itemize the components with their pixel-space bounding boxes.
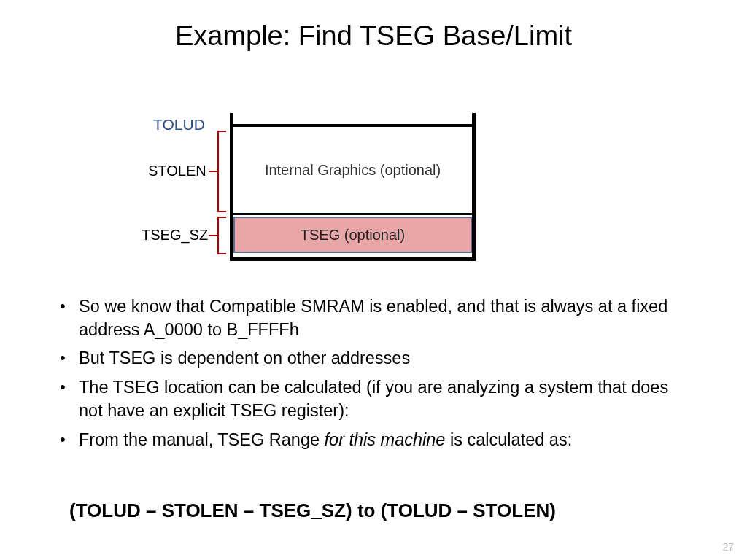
bullet-4b: is calculated as: [445,430,572,449]
bullet-3: The TSEG location can be calculated (if … [57,376,692,422]
diagram-right-bar [472,113,476,261]
bullet-list: So we know that Compatible SMRAM is enab… [57,295,692,457]
diagram-row-tseg: TSEG (optional) [233,217,472,253]
label-tolud: TOLUD [153,116,205,133]
label-tseg-sz: TSEG_SZ [142,227,208,244]
bullet-1: So we know that Compatible SMRAM is enab… [57,295,692,341]
bullet-4: From the manual, TSEG Range for this mac… [57,429,692,452]
page-number: 27 [722,541,734,553]
diagram-row-internal-graphics: Internal Graphics (optional) [233,127,472,213]
tick-tseg-sz [209,235,217,236]
diagram-line-bottom [230,257,476,261]
bullet-2: But TSEG is dependent on other addresses [57,347,692,370]
bullet-4-italic: for this machine [325,430,446,449]
bracket-stolen [217,131,219,212]
bullet-4a: From the manual, TSEG Range [79,430,325,449]
bracket-tseg-sz [217,217,219,254]
memory-diagram: Internal Graphics (optional) TSEG (optio… [135,113,478,266]
diagram-line-mid [230,213,476,215]
slide-title: Example: Find TSEG Base/Limit [0,0,747,52]
label-stolen: STOLEN [148,163,206,179]
tick-stolen [209,171,217,172]
formula-line: (TOLUD – STOLEN – TSEG_SZ) to (TOLUD – S… [69,499,556,522]
